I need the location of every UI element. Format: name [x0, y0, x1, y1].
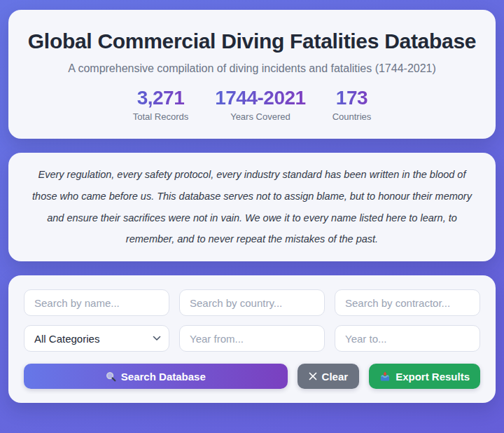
search-database-label: Search Database: [121, 371, 206, 383]
category-select-wrap: All Categories: [24, 325, 169, 352]
inbox-tray-icon: [379, 371, 391, 382]
memorial-quote-text: Every regulation, every safety protocol,…: [28, 164, 476, 250]
stat-total-records-label: Total Records: [133, 111, 188, 122]
country-search-input[interactable]: [179, 289, 325, 316]
contractor-search-input[interactable]: [335, 289, 480, 316]
export-results-button[interactable]: Export Results: [369, 364, 480, 389]
stat-total-records: 3,271 Total Records: [133, 87, 188, 122]
search-icon: [106, 371, 116, 382]
memorial-quote-card: Every regulation, every safety protocol,…: [8, 153, 496, 261]
stat-years-covered-value: 1744-2021: [215, 87, 305, 109]
stat-countries-label: Countries: [332, 111, 372, 122]
search-form-grid: All Categories: [24, 289, 480, 352]
stat-years-covered-label: Years Covered: [215, 111, 305, 122]
stat-countries-value: 173: [332, 87, 372, 109]
export-results-label: Export Results: [396, 371, 470, 383]
clear-button[interactable]: Clear: [298, 364, 360, 389]
stat-countries: 173 Countries: [332, 87, 372, 122]
buttons-row: Search Database Clear: [24, 364, 480, 389]
clear-label: Clear: [322, 371, 349, 383]
year-to-input[interactable]: [335, 325, 480, 352]
page-title: Global Commercial Diving Fatalities Data…: [25, 28, 479, 55]
close-icon: [309, 372, 317, 380]
search-database-button[interactable]: Search Database: [24, 364, 288, 389]
year-from-input[interactable]: [179, 325, 325, 352]
search-form-card: All Categories Search Dat: [8, 275, 496, 403]
page: Global Commercial Diving Fatalities Data…: [0, 0, 504, 433]
page-subtitle: A comprehensive compilation of diving in…: [25, 62, 479, 75]
stat-years-covered: 1744-2021 Years Covered: [215, 87, 305, 122]
category-select[interactable]: All Categories: [24, 325, 169, 352]
name-search-input[interactable]: [24, 289, 169, 316]
header-card: Global Commercial Diving Fatalities Data…: [8, 10, 496, 139]
stat-total-records-value: 3,271: [133, 87, 188, 109]
stats-row: 3,271 Total Records 1744-2021 Years Cove…: [25, 87, 479, 122]
